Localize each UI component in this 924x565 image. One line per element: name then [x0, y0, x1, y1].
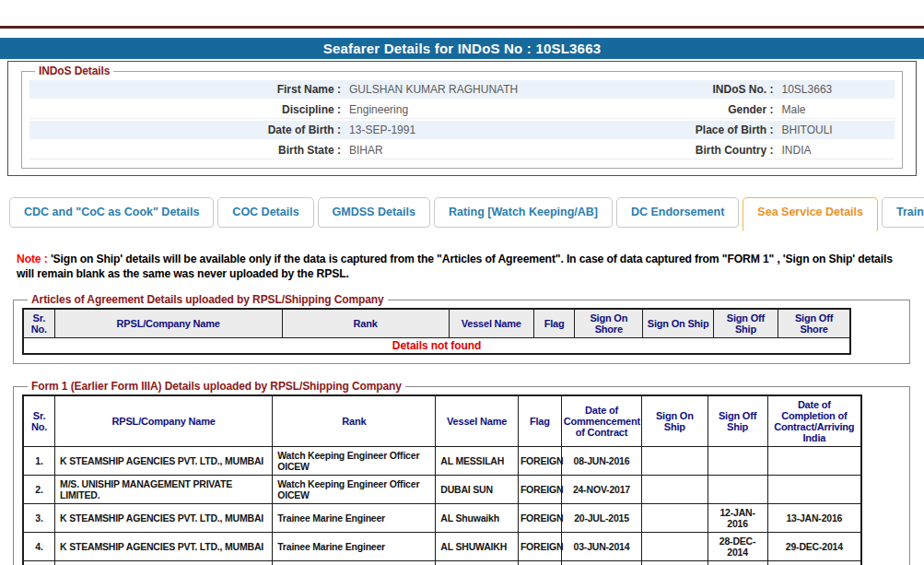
table-row: 3.K STEAMSHIP AGENCIES PVT. LTD., MUMBAI…: [23, 504, 861, 533]
table-cell: K STEAMSHIP AGENCIES PVT. LTD., MUMBAI: [55, 504, 273, 533]
table-cell: [767, 476, 861, 504]
date-of-birth-label: Date of Birth :: [29, 124, 341, 136]
column-header: Rank: [273, 395, 436, 447]
column-header: Sign On Shore: [575, 309, 643, 338]
table-cell: K STEAMSHIP AGENCIES PVT. LTD., MUMBAI: [55, 561, 273, 565]
tab-coc-details[interactable]: COC Details: [217, 197, 313, 228]
discipline-label: Discipline :: [29, 103, 341, 116]
place-of-birth-value: BHITOULI: [774, 124, 895, 136]
table-cell: 16-JUN-2013: [708, 561, 767, 565]
column-header: Date of Completion of Contract/Arriving …: [767, 395, 861, 447]
table-row: 2.M/S. UNISHIP MANAGEMENT PRIVATE LIMITE…: [23, 476, 861, 504]
fieldset-legend-articles: Articles of Agreement Details uploaded b…: [28, 293, 388, 306]
articles-header-row: Sr. No.RPSL/Company NameRankVessel NameF…: [23, 309, 850, 338]
form1-header-row: Sr. No.RPSL/Company NameRankVessel NameF…: [23, 395, 861, 447]
table-cell: 01-APR-2013: [561, 561, 642, 565]
table-cell: AL SHUWAIKH: [436, 533, 519, 561]
table-cell: Watch Keeping Engineer Officer OICEW: [273, 447, 436, 476]
table-cell: 13-JAN-2016: [767, 504, 861, 533]
form1-table: Sr. No.RPSL/Company NameRankVessel NameF…: [22, 394, 862, 565]
fieldset-legend-form1: Form 1 (Earlier Form IIIA) Details uploa…: [28, 380, 405, 393]
column-header: Sign Off Ship: [708, 395, 767, 447]
note-body: 'Sign on Ship' details will be available…: [17, 253, 893, 280]
tab-training-details[interactable]: Training Details: [882, 197, 924, 228]
birth-country-value: INDIA: [774, 144, 895, 157]
column-header: Sign Off Ship: [713, 309, 778, 338]
table-cell: 17-JUN-2013: [767, 561, 861, 565]
date-of-birth-value: 13-SEP-1991: [341, 124, 601, 136]
indos-no-value: 10SL3663: [774, 83, 895, 96]
column-header: RPSL/Company Name: [55, 395, 273, 447]
table-cell: 08-JUN-2016: [561, 447, 642, 476]
indos-details-panel: INDoS Details First Name : GULSHAN KUMAR…: [7, 61, 917, 176]
gender-value: Male: [774, 103, 895, 116]
tab-strip: CDC and "CoC as Cook" Details COC Detail…: [9, 197, 915, 232]
column-header: RPSL/Company Name: [54, 309, 282, 338]
table-cell: Trainee Marine Engineer: [273, 533, 436, 561]
birth-country-label: Birth Country :: [601, 144, 774, 157]
column-header: Flag: [518, 395, 561, 447]
table-cell: K STEAMSHIP AGENCIES PVT. LTD., MUMBAI: [55, 447, 273, 476]
column-header: Sign On Ship: [643, 309, 713, 338]
details-not-found-message: Details not found: [23, 338, 850, 355]
column-header: Sign Off Shore: [778, 309, 850, 338]
table-row: 1.K STEAMSHIP AGENCIES PVT. LTD., MUMBAI…: [23, 447, 861, 476]
table-cell: AL SHUWAIKH: [436, 561, 519, 565]
table-cell: FOREIGN: [518, 476, 561, 504]
note-prefix: Note :: [17, 253, 48, 265]
table-cell: [642, 476, 708, 504]
table-cell: K STEAMSHIP AGENCIES PVT. LTD., MUMBAI: [55, 533, 273, 561]
column-header: Date of Commencement of Contract: [561, 395, 642, 447]
column-header: Flag: [533, 309, 574, 338]
table-cell: [642, 561, 708, 565]
place-of-birth-label: Place of Birth :: [601, 124, 774, 136]
column-header: Sr. No.: [23, 309, 54, 338]
table-cell: [642, 504, 708, 533]
table-cell: AL MESSILAH: [436, 447, 519, 476]
tab-sea-service-details[interactable]: Sea Service Details: [743, 197, 878, 232]
tab-cdc-coc-as-cook-details[interactable]: CDC and "CoC as Cook" Details: [9, 197, 214, 228]
table-cell: Watch Keeping Engineer Officer OICEW: [273, 476, 436, 504]
table-cell: 5.: [23, 561, 55, 565]
table-cell: 12-JAN-2016: [708, 504, 767, 533]
table-cell: DUBAI SUN: [436, 476, 519, 504]
table-cell: 24-NOV-2017: [561, 476, 642, 504]
tab-rating-watch-keeping-ab[interactable]: Rating [Watch Keeping/AB]: [434, 197, 613, 228]
table-cell: Trainee Marine Engineer: [273, 504, 436, 533]
articles-empty-row: Details not found: [23, 338, 850, 355]
table-cell: 20-JUL-2015: [561, 504, 642, 533]
table-cell: 1.: [23, 447, 55, 476]
table-cell: FOREIGN: [518, 447, 561, 476]
table-cell: FOREIGN: [518, 533, 561, 561]
note-text: Note : 'Sign on Ship' details will be av…: [17, 252, 907, 281]
indos-no-label: INDoS No. :: [601, 83, 774, 96]
birth-state-label: Birth State :: [29, 144, 341, 157]
tab-gmdss-details[interactable]: GMDSS Details: [318, 197, 430, 228]
table-cell: 4.: [23, 533, 55, 561]
table-cell: 3.: [23, 504, 55, 533]
form1-fieldset: Form 1 (Earlier Form IIIA) Details uploa…: [13, 380, 910, 565]
table-cell: 2.: [23, 476, 55, 504]
column-header: Vessel Name: [449, 309, 533, 338]
tab-dc-endorsement[interactable]: DC Endorsement: [616, 197, 739, 228]
top-divider-rule: [0, 26, 924, 29]
table-cell: FOREIGN: [518, 504, 561, 533]
table-cell: [642, 533, 708, 561]
birth-state-value: BIHAR: [341, 144, 601, 157]
table-cell: 03-JUN-2014: [561, 533, 642, 561]
articles-of-agreement-fieldset: Articles of Agreement Details uploaded b…: [13, 293, 910, 364]
table-cell: FOREIGN: [518, 561, 561, 565]
indos-details-fieldset: INDoS Details First Name : GULSHAN KUMAR…: [21, 65, 903, 169]
first-name-label: First Name :: [29, 83, 341, 96]
table-cell: AL Shuwaikh: [436, 504, 519, 533]
gender-label: Gender :: [601, 103, 774, 116]
column-header: Rank: [282, 309, 449, 338]
table-cell: [708, 447, 767, 476]
articles-table: Sr. No.RPSL/Company NameRankVessel NameF…: [22, 308, 851, 355]
fieldset-legend-indos: INDoS Details: [35, 65, 113, 77]
table-cell: [708, 476, 767, 504]
page-title: Seafarer Details for INDoS No : 10SL3663: [0, 38, 924, 59]
column-header: Sign On Ship: [642, 395, 708, 447]
form1-table-body: 1.K STEAMSHIP AGENCIES PVT. LTD., MUMBAI…: [23, 447, 861, 565]
column-header: Sr. No.: [23, 395, 55, 447]
